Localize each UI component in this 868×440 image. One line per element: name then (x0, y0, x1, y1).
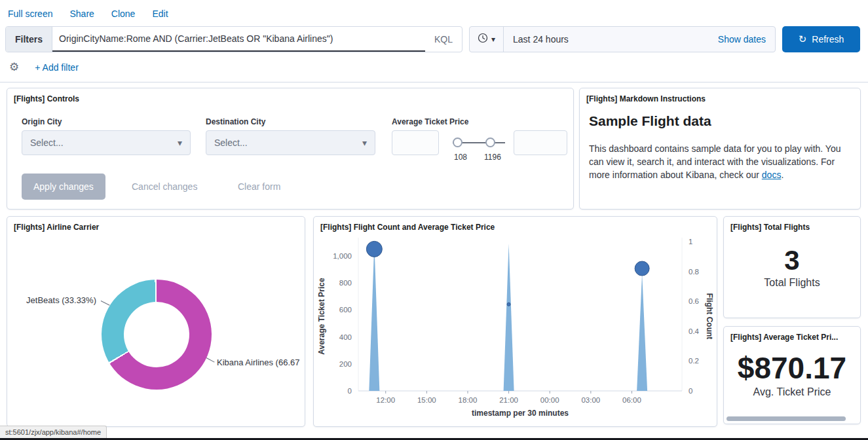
destination-city-label: Destination City (206, 117, 265, 126)
donut-callout-line (101, 301, 110, 306)
panel-flight-count-avg-price: [Flights] Flight Count and Average Ticke… (313, 216, 717, 427)
chevron-down-icon: ▾ (362, 138, 367, 148)
svg-text:0.8: 0.8 (689, 268, 699, 276)
gear-icon[interactable]: ⚙ (9, 60, 19, 74)
panel-title: [Flights] Markdown Instructions (580, 88, 860, 103)
panel-total-flights: [Flights] Total Flights 3 Total Flights (723, 216, 861, 318)
dashboard-grid: [Flights] Controls Origin City Select...… (0, 82, 868, 437)
panel-title: [Flights] Airline Carrier (7, 217, 305, 232)
full-screen-link[interactable]: Full screen (8, 9, 52, 19)
cancel-changes-button[interactable]: Cancel changes (132, 181, 197, 192)
edit-link[interactable]: Edit (152, 9, 168, 19)
svg-text:03:00: 03:00 (581, 396, 600, 404)
markdown-heading: Sample Flight data (589, 113, 711, 129)
markdown-text: This dashboard contains sample data for … (589, 143, 840, 180)
filter-row: ⚙ + Add filter (0, 52, 868, 82)
svg-text:06:00: 06:00 (622, 396, 641, 404)
svg-text:0.6: 0.6 (689, 297, 699, 305)
clock-icon (478, 33, 488, 46)
price-max-value: 1196 (484, 153, 501, 162)
avg-ticket-price-value: $870.17 (724, 352, 860, 385)
svg-text:400: 400 (339, 333, 352, 341)
avg-ticket-price-label: Average Ticket Price (392, 117, 468, 126)
svg-text:0: 0 (348, 387, 352, 395)
refresh-button[interactable]: ↻ Refresh (782, 26, 860, 52)
price-min-input[interactable] (392, 130, 439, 155)
total-flights-value: 3 (724, 246, 860, 276)
markdown-text-end: . (781, 170, 783, 180)
svg-text:Flight Count: Flight Count (705, 293, 714, 340)
query-bar: Filters KQL ▾ Last 24 hours Show dates ↻… (5, 26, 860, 52)
donut-label-kibana-airlines: Kibana Airlines (66.67 (217, 358, 299, 367)
svg-text:600: 600 (339, 306, 352, 314)
donut-label-jetbeats: JetBeats (33.33%) (26, 295, 96, 305)
panel-airline-carrier: [Flights] Airline Carrier JetBeats (33.3… (7, 216, 305, 427)
price-range-handle-max[interactable] (485, 138, 495, 147)
search-bar-container: Filters KQL (5, 26, 462, 52)
svg-text:200: 200 (339, 360, 352, 368)
query-input[interactable] (52, 33, 425, 44)
svg-text:Average Ticket Price: Average Ticket Price (317, 278, 326, 355)
panel-average-ticket-price: [Flights] Average Ticket Pri... $870.17 … (723, 326, 861, 424)
refresh-icon: ↻ (799, 33, 807, 45)
show-dates-link[interactable]: Show dates (718, 34, 775, 45)
clear-form-button[interactable]: Clear form (238, 181, 280, 192)
svg-text:21:00: 21:00 (499, 396, 518, 404)
svg-text:0: 0 (689, 387, 692, 395)
svg-text:800: 800 (339, 279, 352, 287)
clone-link[interactable]: Clone (111, 9, 136, 19)
svg-text:1,000: 1,000 (333, 252, 352, 260)
svg-text:timestamp per 30 minutes: timestamp per 30 minutes (472, 409, 569, 418)
svg-text:15:00: 15:00 (417, 396, 436, 404)
add-filter-link[interactable]: + Add filter (35, 62, 79, 73)
flights-chart-svg: 02004006008001,00000.20.40.60.8112:0015:… (314, 232, 717, 426)
panel-flights-controls: [Flights] Controls Origin City Select...… (7, 88, 574, 210)
dashboard-top-nav: Full screen Share Clone Edit (0, 0, 868, 25)
panel-title: [Flights] Controls (7, 88, 573, 103)
origin-city-placeholder: Select... (30, 138, 64, 148)
donut-callout-line (206, 358, 215, 362)
origin-city-select[interactable]: Select... ▾ (22, 130, 191, 155)
svg-text:0.2: 0.2 (689, 357, 699, 365)
apply-changes-button[interactable]: Apply changes (22, 174, 105, 200)
query-input-wrap (52, 27, 425, 52)
price-range-handle-min[interactable] (453, 138, 462, 147)
share-link[interactable]: Share (69, 9, 94, 19)
panel-title: [Flights] Total Flights (724, 217, 860, 232)
time-picker-quick-menu[interactable]: ▾ (470, 27, 504, 52)
svg-text:1: 1 (689, 238, 692, 246)
panel-title: [Flights] Average Ticket Pri... (724, 327, 860, 342)
markdown-body: This dashboard contains sample data for … (589, 142, 851, 181)
filters-button[interactable]: Filters (6, 27, 52, 52)
svg-text:12:00: 12:00 (376, 396, 395, 404)
svg-text:18:00: 18:00 (459, 396, 478, 404)
carrier-donut-hole (124, 302, 189, 367)
kql-language-button[interactable]: KQL (425, 27, 462, 52)
chevron-down-icon: ▾ (178, 138, 182, 148)
total-flights-label: Total Flights (724, 277, 860, 289)
time-range-display[interactable]: Last 24 hours (504, 34, 718, 45)
avg-ticket-price-label: Avg. Ticket Price (724, 386, 860, 398)
chevron-down-icon: ▾ (491, 35, 495, 44)
origin-city-label: Origin City (22, 117, 62, 126)
refresh-label: Refresh (812, 34, 844, 45)
panel-markdown-instructions: [Flights] Markdown Instructions Sample F… (579, 88, 861, 210)
destination-city-select[interactable]: Select... ▾ (206, 130, 375, 155)
panel-title: [Flights] Flight Count and Average Ticke… (314, 217, 717, 232)
price-max-input[interactable] (514, 130, 567, 155)
destination-city-placeholder: Select... (214, 138, 248, 148)
svg-text:00:00: 00:00 (540, 396, 559, 404)
price-min-value: 108 (454, 153, 467, 162)
horizontal-scrollbar[interactable] (726, 416, 846, 421)
docs-link[interactable]: docs (762, 170, 782, 180)
time-picker: ▾ Last 24 hours Show dates (469, 26, 776, 52)
link-preview-status-bar: st:5601/zjx/app/kibana#/home (0, 426, 107, 438)
svg-text:0.4: 0.4 (689, 327, 700, 335)
